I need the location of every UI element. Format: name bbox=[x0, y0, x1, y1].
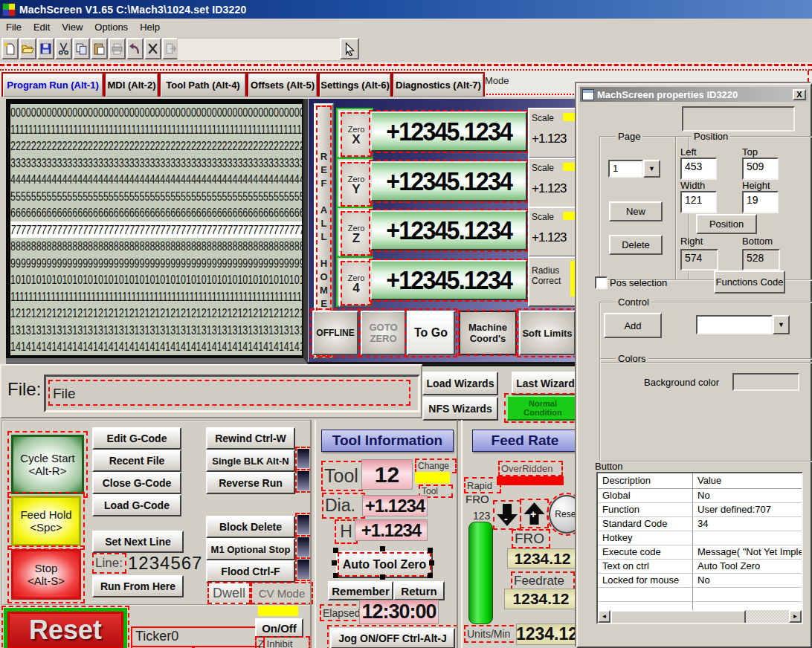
functions-code-button[interactable]: Functions Code bbox=[714, 270, 785, 294]
dro-4[interactable]: +12345.1234 bbox=[370, 260, 527, 300]
tab-diagnostics[interactable]: Diagnostics (Alt-7) bbox=[392, 72, 485, 98]
property-row[interactable]: Execute codeMessage( "Not Yet Implem bbox=[598, 545, 802, 560]
remember-button[interactable]: Remember bbox=[328, 581, 393, 600]
on-off-button[interactable]: On/Off bbox=[255, 618, 303, 638]
rewind-button[interactable]: Rewind Ctrl-W bbox=[206, 427, 295, 450]
menu-view[interactable]: View bbox=[56, 19, 88, 35]
load-wizards-button[interactable]: Load Wizards bbox=[422, 372, 498, 395]
undo-button[interactable] bbox=[126, 38, 144, 59]
dro-x[interactable]: +12345.1234 bbox=[370, 111, 527, 152]
height-field[interactable]: 19 bbox=[742, 191, 779, 213]
fro-slider[interactable] bbox=[468, 522, 493, 624]
gcode-line[interactable]: 2222222222222222222222222222222222222222… bbox=[10, 137, 302, 155]
zero-z-button[interactable]: ZeroZ bbox=[336, 207, 373, 257]
open-file-button[interactable] bbox=[19, 38, 36, 59]
scroll-right-icon[interactable]: ► bbox=[789, 610, 802, 623]
selection-handle[interactable] bbox=[380, 546, 385, 551]
paste-button[interactable] bbox=[91, 38, 108, 59]
gcode-line[interactable]: 4444444444444444444444444444444444444444… bbox=[10, 171, 302, 188]
dro-z[interactable]: +12345.1234 bbox=[370, 210, 527, 250]
single-blk-button[interactable]: Single BLK Alt-N bbox=[206, 450, 295, 472]
selection-handle[interactable] bbox=[428, 548, 433, 553]
goto-zero-button[interactable]: GOTO ZERO bbox=[361, 311, 406, 355]
reset-button[interactable]: Reset bbox=[4, 608, 127, 648]
page-delete-button[interactable]: Delete bbox=[609, 235, 663, 255]
delete-button[interactable] bbox=[144, 38, 161, 59]
gcode-line[interactable]: 1111111111111111111111111111111111111111… bbox=[10, 288, 302, 305]
property-row[interactable]: GlobalNo bbox=[598, 489, 802, 503]
fro-down-button[interactable]: - bbox=[495, 502, 519, 528]
gcode-line[interactable]: 6666666666666666666666666666666666666666… bbox=[10, 204, 302, 221]
selection-handle[interactable] bbox=[332, 560, 337, 566]
block-delete-button[interactable]: Block Delete bbox=[206, 516, 295, 538]
dialog-close-button[interactable]: X bbox=[793, 89, 806, 100]
scroll-thumb[interactable] bbox=[610, 610, 746, 624]
property-row[interactable]: Locked for mouseNo bbox=[598, 574, 802, 588]
edit-gcode-button[interactable]: Edit G-Code bbox=[92, 427, 181, 450]
scroll-track[interactable] bbox=[746, 610, 789, 623]
gcode-line[interactable]: 3333333333333333333333333333333333333333… bbox=[10, 155, 302, 172]
gcode-line[interactable]: 1313131313131313131313131313131313131313… bbox=[10, 322, 302, 339]
reverse-run-button[interactable]: Reverse Run bbox=[206, 472, 295, 494]
tab-mdi[interactable]: MDI (Alt-2) bbox=[104, 72, 159, 98]
new-file-button[interactable] bbox=[1, 38, 19, 59]
gcode-line[interactable]: 0000000000000000000000000000000000000000… bbox=[10, 104, 302, 121]
dia-dro[interactable]: +1.1234 bbox=[362, 495, 428, 516]
gcode-line[interactable]: 5555555555555555555555555555555555555555… bbox=[10, 188, 302, 205]
gcode-line[interactable]: 7777777777777777777777777777777777777777… bbox=[10, 221, 302, 239]
tab-offsets[interactable]: Offsets (Alt-5) bbox=[247, 72, 318, 98]
left-field[interactable]: 453 bbox=[680, 158, 717, 180]
ticker-field[interactable]: Ticker0 bbox=[131, 626, 265, 648]
fro-dro[interactable]: 1234.12 bbox=[507, 548, 578, 568]
name-field[interactable] bbox=[682, 106, 795, 132]
tab-program-run[interactable]: Program Run (Alt-1) bbox=[1, 72, 104, 98]
chevron-down-icon[interactable]: ▼ bbox=[643, 160, 660, 178]
offline-button[interactable]: OFFLINE bbox=[312, 311, 358, 355]
zero-4-button[interactable]: Zero4 bbox=[336, 256, 373, 307]
page-new-button[interactable]: New bbox=[609, 201, 663, 221]
cut-button[interactable] bbox=[55, 38, 72, 59]
machine-coords-button[interactable]: Machine Coord's bbox=[459, 311, 517, 355]
table-hscrollbar[interactable]: ◄ ► bbox=[598, 610, 802, 623]
selection-handle[interactable] bbox=[333, 548, 338, 553]
background-color-field[interactable] bbox=[732, 373, 799, 391]
elapsed-dro[interactable]: 12:30:00 bbox=[359, 600, 439, 624]
property-row[interactable] bbox=[598, 588, 802, 602]
gcode-line[interactable]: 1414141414141414141414141414141414141414… bbox=[10, 338, 302, 355]
pos-selection-checkbox[interactable] bbox=[595, 276, 608, 289]
window-titlebar[interactable]: MachScreen V1.65 C:\Mach3\1024.set ID322… bbox=[0, 0, 812, 19]
feedrate-dro[interactable]: 1234.12 bbox=[504, 589, 578, 609]
units-min-dro[interactable]: 1234.12 bbox=[516, 623, 578, 645]
gcode-line[interactable]: 1212121212121212121212121212121212121212… bbox=[10, 305, 302, 322]
selection-handle[interactable] bbox=[380, 574, 385, 580]
save-button[interactable] bbox=[37, 38, 54, 59]
fro-up-button[interactable]: + bbox=[522, 501, 547, 526]
gcode-list[interactable]: 0000000000000000000000000000000000000000… bbox=[10, 104, 302, 355]
close-gcode-button[interactable]: Close G-Code bbox=[92, 472, 181, 494]
flood-button[interactable]: Flood Ctrl-F bbox=[206, 560, 295, 583]
scale-x-panel[interactable]: Scale +1.123 bbox=[528, 108, 583, 158]
feed-hold-button[interactable]: Feed Hold<Spc> bbox=[11, 496, 81, 546]
set-next-line-button[interactable]: Set Next Line bbox=[92, 531, 184, 553]
gcode-line[interactable]: 9999999999999999999999999999999999999999… bbox=[10, 255, 302, 272]
property-row[interactable]: Text on ctrlAuto Tool Zero bbox=[598, 560, 802, 574]
jog-on-off-button[interactable]: Jog ON/OFF Ctrl-Alt-J bbox=[330, 628, 455, 648]
tab-tool-path[interactable]: Tool Path (Alt-4) bbox=[159, 72, 247, 98]
menu-help[interactable]: Help bbox=[134, 19, 166, 35]
gcode-line[interactable]: 8888888888888888888888888888888888888888… bbox=[10, 238, 302, 255]
selection-handle[interactable] bbox=[333, 573, 338, 578]
soft-limits-button[interactable]: Soft Limits bbox=[519, 311, 576, 355]
scale-z-panel[interactable]: Scale +1.123 bbox=[528, 207, 583, 257]
dro-y[interactable]: +12345.1234 bbox=[370, 161, 527, 201]
scroll-left-icon[interactable]: ◄ bbox=[598, 610, 610, 623]
menu-file[interactable]: File bbox=[0, 19, 28, 35]
menu-options[interactable]: Options bbox=[88, 19, 134, 35]
dialog-titlebar[interactable]: MachScreen properties ID3220 X bbox=[580, 87, 808, 102]
zero-x-button[interactable]: ZeroX bbox=[336, 108, 373, 158]
tool-number-dro[interactable]: 12 bbox=[361, 459, 413, 490]
chevron-down-icon[interactable]: ▼ bbox=[773, 315, 790, 334]
run-from-here-button[interactable]: Run From Here bbox=[92, 575, 184, 597]
control-add-button[interactable]: Add bbox=[604, 313, 662, 338]
width-field[interactable]: 121 bbox=[680, 191, 717, 213]
value-column-header[interactable]: Value bbox=[693, 473, 802, 488]
